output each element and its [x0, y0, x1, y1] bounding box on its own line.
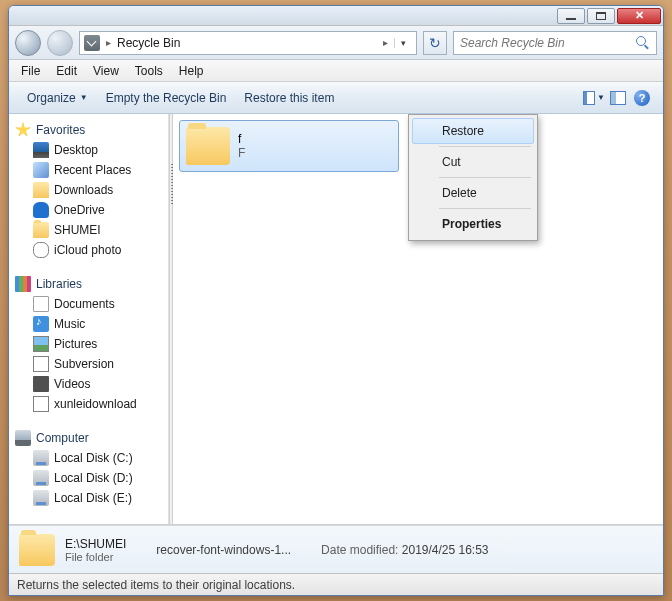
context-restore[interactable]: Restore [412, 118, 534, 144]
library-icon [15, 276, 31, 292]
sidebar-item-disk-c[interactable]: Local Disk (C:) [11, 448, 166, 468]
breadcrumb-sep: ▸ [104, 37, 113, 48]
computer-icon [15, 430, 31, 446]
address-dropdown[interactable]: ▾ [394, 38, 412, 48]
context-sep [439, 146, 531, 147]
search-box[interactable] [453, 31, 657, 55]
empty-recycle-bin-button[interactable]: Empty the Recycle Bin [98, 87, 235, 109]
videos-icon [33, 376, 49, 392]
context-sep [439, 177, 531, 178]
details-pane: E:\SHUMEI File folder recover-font-windo… [9, 525, 663, 573]
refresh-button[interactable]: ↻ [423, 31, 447, 55]
menu-edit[interactable]: Edit [48, 61, 85, 81]
disk-icon [33, 490, 49, 506]
folder-icon [186, 127, 230, 165]
minimize-button[interactable] [557, 8, 585, 24]
menu-file[interactable]: File [13, 61, 48, 81]
help-button[interactable]: ? [631, 87, 653, 109]
folder-icon [19, 534, 55, 566]
sidebar-item-music[interactable]: Music [11, 314, 166, 334]
search-icon[interactable] [636, 36, 650, 50]
folder-icon [33, 222, 49, 238]
context-menu: Restore Cut Delete Properties [408, 114, 538, 241]
details-modified-value: 2019/4/25 16:53 [402, 543, 489, 557]
details-path: E:\SHUMEI [65, 537, 126, 551]
disk-icon [33, 470, 49, 486]
maximize-button[interactable] [587, 8, 615, 24]
menu-view[interactable]: View [85, 61, 127, 81]
xunlei-icon [33, 396, 49, 412]
menu-bar: File Edit View Tools Help [9, 60, 663, 82]
menu-help[interactable]: Help [171, 61, 212, 81]
navigation-pane: Favorites Desktop Recent Places Download… [9, 114, 169, 524]
sidebar-item-disk-d[interactable]: Local Disk (D:) [11, 468, 166, 488]
pictures-icon [33, 336, 49, 352]
disk-icon [33, 450, 49, 466]
sidebar-item-onedrive[interactable]: OneDrive [11, 200, 166, 220]
subversion-icon [33, 356, 49, 372]
content-area: Favorites Desktop Recent Places Download… [9, 114, 663, 525]
network-header[interactable]: Network [11, 522, 166, 524]
context-delete[interactable]: Delete [412, 180, 534, 206]
view-options-button[interactable]: ▼ [583, 87, 605, 109]
file-type: F [238, 146, 245, 160]
menu-tools[interactable]: Tools [127, 61, 171, 81]
sidebar-item-disk-e[interactable]: Local Disk (E:) [11, 488, 166, 508]
sidebar-item-icloud[interactable]: iCloud photo [11, 240, 166, 260]
music-icon [33, 316, 49, 332]
cloud-icon [33, 242, 49, 258]
recent-icon [33, 162, 49, 178]
context-properties[interactable]: Properties [412, 211, 534, 237]
preview-pane-button[interactable] [607, 87, 629, 109]
context-cut[interactable]: Cut [412, 149, 534, 175]
titlebar: ✕ [9, 6, 663, 26]
file-list-pane[interactable]: f F Restore Cut Delete Properties [173, 114, 663, 524]
command-bar: Organize▼ Empty the Recycle Bin Restore … [9, 82, 663, 114]
organize-button[interactable]: Organize▼ [19, 87, 96, 109]
favorites-header[interactable]: Favorites [11, 120, 166, 140]
onedrive-icon [33, 202, 49, 218]
sidebar-item-desktop[interactable]: Desktop [11, 140, 166, 160]
sidebar-item-videos[interactable]: Videos [11, 374, 166, 394]
close-button[interactable]: ✕ [617, 8, 661, 24]
context-sep [439, 208, 531, 209]
star-icon [15, 122, 31, 138]
restore-item-button[interactable]: Restore this item [236, 87, 342, 109]
sidebar-item-xunlei[interactable]: xunleidownload [11, 394, 166, 414]
address-location[interactable]: Recycle Bin [117, 36, 377, 50]
computer-header[interactable]: Computer [11, 428, 166, 448]
back-button[interactable] [15, 30, 41, 56]
libraries-header[interactable]: Libraries [11, 274, 166, 294]
forward-button[interactable] [47, 30, 73, 56]
desktop-icon [33, 142, 49, 158]
sidebar-item-subversion[interactable]: Subversion [11, 354, 166, 374]
details-modified-label: Date modified: [321, 543, 398, 557]
breadcrumb-sep2[interactable]: ▸ [381, 37, 390, 48]
sidebar-item-downloads[interactable]: Downloads [11, 180, 166, 200]
downloads-icon [33, 182, 49, 198]
details-type: File folder [65, 551, 126, 563]
file-name: f [238, 132, 245, 146]
nav-bar: ▸ Recycle Bin ▸ ▾ ↻ [9, 26, 663, 60]
search-input[interactable] [460, 36, 636, 50]
document-icon [33, 296, 49, 312]
status-bar: Returns the selected items to their orig… [9, 573, 663, 595]
sidebar-item-recent[interactable]: Recent Places [11, 160, 166, 180]
sidebar-item-shumei[interactable]: SHUMEI [11, 220, 166, 240]
address-bar[interactable]: ▸ Recycle Bin ▸ ▾ [79, 31, 417, 55]
sidebar-item-pictures[interactable]: Pictures [11, 334, 166, 354]
sidebar-item-documents[interactable]: Documents [11, 294, 166, 314]
explorer-window: ✕ ▸ Recycle Bin ▸ ▾ ↻ File Edit View Too… [8, 5, 664, 596]
recycle-bin-icon [84, 35, 100, 51]
details-filename: recover-font-windows-1... [156, 543, 291, 557]
file-item[interactable]: f F [179, 120, 399, 172]
status-text: Returns the selected items to their orig… [17, 578, 295, 592]
